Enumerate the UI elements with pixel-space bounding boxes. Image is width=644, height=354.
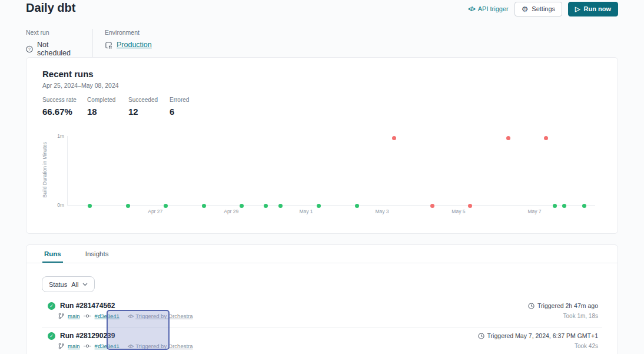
run-data-point-succeeded[interactable] — [355, 204, 359, 208]
stat-errored: Errored 6 — [170, 97, 189, 117]
run-data-point-succeeded[interactable] — [240, 204, 244, 208]
y-tick-1m: 1m — [50, 133, 64, 139]
gear-icon: ⚙ — [522, 5, 529, 13]
run-triggered-time: Triggered 2h 47m ago — [537, 302, 598, 309]
run-data-point-succeeded[interactable] — [278, 204, 283, 208]
run-data-point-succeeded[interactable] — [264, 204, 268, 208]
x-tick-label: May 3 — [375, 209, 389, 214]
recent-runs-date-range: Apr 25, 2024–May 08, 2024 — [42, 82, 119, 89]
tab-runs[interactable]: Runs — [42, 245, 63, 263]
x-tick-label: May 5 — [452, 209, 465, 214]
recent-runs-card: Recent runs Apr 25, 2024–May 08, 2024 Su… — [26, 57, 618, 234]
run-now-button[interactable]: ▷ Run now — [568, 2, 618, 16]
run-data-point-succeeded[interactable] — [88, 204, 92, 208]
question-circle-icon: ? — [26, 45, 33, 53]
run-id: Run #281474562 — [60, 302, 115, 310]
page-title: Daily dbt — [26, 1, 75, 15]
commit-icon — [84, 343, 91, 349]
chevron-down-icon — [82, 283, 88, 286]
x-tick-label: May 7 — [527, 209, 541, 214]
code-icon: </> — [468, 6, 474, 12]
git-branch-icon — [58, 313, 64, 319]
job-page: Daily dbt </> API trigger ⚙ Settings ▷ R… — [0, 0, 644, 354]
run-success-icon: ✓ — [48, 302, 55, 310]
y-tick-0m: 0m — [50, 202, 64, 208]
settings-button[interactable]: ⚙ Settings — [514, 2, 562, 16]
recent-runs-title: Recent runs — [42, 69, 94, 79]
svg-text:?: ? — [28, 47, 31, 51]
stat-succeeded: Succeeded 12 — [128, 97, 170, 117]
header-actions: </> API trigger ⚙ Settings ▷ Run now — [468, 1, 618, 16]
run-data-point-errored[interactable] — [506, 136, 510, 140]
meta-divider — [92, 29, 93, 57]
chart-y-axis-label: Build Duration in Minutes — [41, 128, 49, 211]
next-run-label: Next run — [26, 29, 81, 36]
stat-completed: Completed 18 — [87, 97, 128, 117]
tab-bar: Runs Insights — [26, 245, 618, 263]
run-data-point-succeeded[interactable] — [317, 204, 321, 208]
api-trigger-label: API trigger — [478, 5, 509, 12]
git-branch-icon — [58, 343, 64, 349]
x-tick-label: Apr 27 — [148, 209, 162, 214]
run-now-label: Run now — [584, 5, 611, 12]
run-duration: Took 42s — [478, 343, 598, 349]
run-data-point-succeeded[interactable] — [202, 204, 206, 208]
run-data-point-succeeded[interactable] — [562, 204, 566, 208]
x-tick-label: Apr 29 — [224, 209, 238, 214]
settings-label: Settings — [532, 5, 555, 12]
tab-insights[interactable]: Insights — [84, 245, 111, 263]
run-triggered-time: Triggered May 7, 2024, 6:37 PM GMT+1 — [487, 332, 598, 339]
run-data-point-succeeded[interactable] — [164, 204, 168, 208]
job-meta: Next run ? Not scheduled Environment — [26, 29, 152, 57]
status-filter-value: All — [71, 281, 78, 288]
selection-overlay — [107, 310, 170, 350]
environment-label: Environment — [105, 29, 152, 36]
run-duration: Took 1m, 18s — [528, 313, 598, 319]
clock-icon — [478, 333, 484, 339]
environment-link[interactable]: Production — [117, 41, 152, 49]
run-success-icon: ✓ — [48, 332, 55, 340]
run-data-point-succeeded[interactable] — [553, 204, 557, 208]
environment-icon — [105, 41, 112, 49]
stat-success-rate: Success rate 66.67% — [42, 97, 87, 117]
run-data-point-errored[interactable] — [392, 136, 396, 140]
next-run-value: Not scheduled — [37, 41, 81, 57]
run-data-point-errored[interactable] — [468, 204, 472, 208]
commit-icon — [84, 313, 91, 319]
environment-block: Environment Production — [105, 29, 152, 57]
status-filter-label: Status — [49, 281, 67, 288]
x-tick-label: May 1 — [299, 209, 313, 214]
build-duration-chart[interactable]: Apr 27Apr 29May 1May 3May 5May 7 — [67, 136, 595, 206]
api-trigger-link[interactable]: </> API trigger — [468, 5, 508, 12]
run-data-point-succeeded[interactable] — [582, 204, 586, 208]
play-icon: ▷ — [575, 6, 580, 12]
recent-runs-stats: Success rate 66.67% Completed 18 Succeed… — [42, 97, 189, 117]
run-data-point-errored[interactable] — [430, 204, 434, 208]
run-data-point-errored[interactable] — [544, 136, 548, 140]
run-data-point-succeeded[interactable] — [126, 204, 130, 208]
branch-link[interactable]: main — [68, 343, 80, 349]
clock-icon — [528, 303, 535, 309]
status-filter-dropdown[interactable]: Status All — [42, 276, 95, 292]
next-run-block: Next run ? Not scheduled — [26, 29, 81, 57]
branch-link[interactable]: main — [68, 313, 80, 319]
